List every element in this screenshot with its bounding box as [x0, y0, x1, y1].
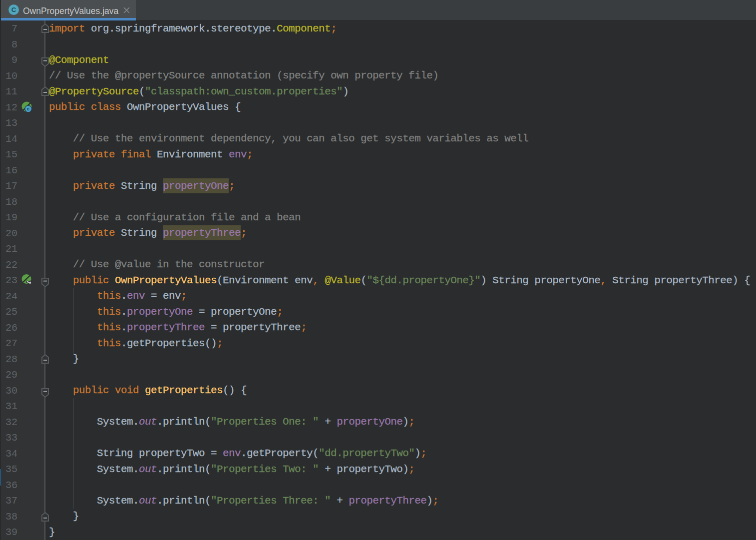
- svg-text:c: c: [27, 106, 29, 111]
